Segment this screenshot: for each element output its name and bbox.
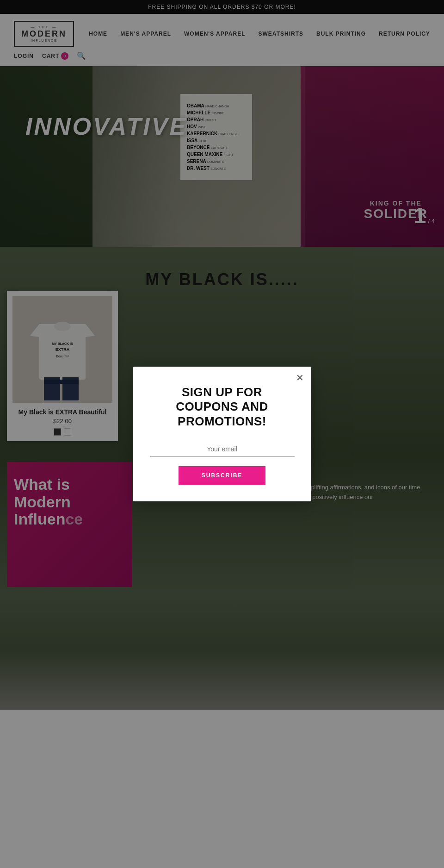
modal-subscribe-button[interactable]: SUBSCRIBE bbox=[179, 466, 266, 485]
modal-box: ✕ SIGN UP FOR COUPONS AND PROMOTIONS! SU… bbox=[133, 367, 311, 501]
modal-email-input[interactable] bbox=[150, 442, 295, 457]
modal-overlay[interactable]: ✕ SIGN UP FOR COUPONS AND PROMOTIONS! SU… bbox=[0, 0, 444, 710]
modal-title: SIGN UP FOR COUPONS AND PROMOTIONS! bbox=[150, 385, 295, 429]
modal-close-button[interactable]: ✕ bbox=[296, 373, 304, 382]
